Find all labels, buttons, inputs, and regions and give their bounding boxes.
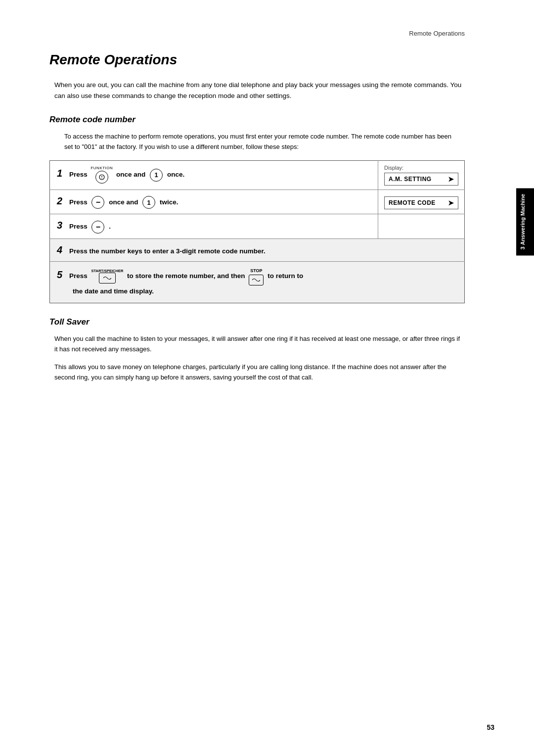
step2-press: Press xyxy=(69,198,89,206)
display-box-2: REMOTE CODE ➤ xyxy=(384,196,458,209)
page-header: Remote Operations xyxy=(49,30,494,37)
display-label-1: Display: xyxy=(384,165,458,171)
step5-text-middle: to store the remote number, and then xyxy=(127,272,247,280)
side-tab-text: Answering Machine xyxy=(520,194,526,245)
funktion-icon xyxy=(95,171,108,184)
step5-text-after: to return to xyxy=(267,272,303,280)
step-row-1: 1 Press FUNKTION once and 1 once. xyxy=(50,160,465,189)
step1-press: Press xyxy=(69,171,89,178)
step-number-3: 3 xyxy=(57,220,62,231)
step-row-2: 2 Press − once and 1 twice. REMOTE CODE … xyxy=(50,189,465,214)
toll-saver-section: Toll Saver When you call the machine to … xyxy=(49,317,494,383)
step3-minus-icon: − xyxy=(91,221,104,234)
step2-btn2: 1 xyxy=(141,196,156,209)
page-number: 53 xyxy=(487,723,494,731)
step2-once-and: once and xyxy=(109,198,140,206)
step3-minus-button: − xyxy=(90,221,105,234)
step1-once-and: once and xyxy=(116,171,147,178)
funktion-button: FUNKTION xyxy=(90,166,113,184)
steps-table: 1 Press FUNKTION once and 1 once. xyxy=(49,160,465,303)
step-row-4: 4 Press the number keys to enter a 3-dig… xyxy=(50,238,465,262)
toll-saver-heading: Toll Saver xyxy=(49,317,494,327)
toll-saver-para2: This allows you to save money on telepho… xyxy=(49,362,494,383)
step-row-5: 5 Press START/SPEICHER to store the remo… xyxy=(50,262,465,303)
intro-text: When you are out, you can call the machi… xyxy=(49,80,494,101)
minus-icon: − xyxy=(91,196,104,209)
minus-button: − xyxy=(90,196,105,209)
step-row-3: 3 Press − . xyxy=(50,214,465,238)
step-number-4: 4 xyxy=(57,244,62,255)
stop-label: STOP xyxy=(250,267,262,275)
step5-press: Press xyxy=(69,272,89,280)
step-number-2: 2 xyxy=(57,195,62,206)
header-title: Remote Operations xyxy=(409,30,465,37)
start-speicher-label: START/SPEICHER xyxy=(91,269,123,273)
stop-button: STOP xyxy=(249,267,264,285)
page-title: Remote Operations xyxy=(49,52,494,68)
remote-code-heading: Remote code number xyxy=(49,115,494,125)
step1-once: once. xyxy=(167,171,184,178)
number1b-icon: 1 xyxy=(142,196,155,209)
step3-press: Press xyxy=(69,223,89,230)
toll-saver-para1: When you call the machine to listen to y… xyxy=(49,334,494,355)
display-text-2: REMOTE CODE xyxy=(389,199,436,206)
display-box-1: A.M. SETTING ➤ xyxy=(384,173,458,186)
step3-period: . xyxy=(109,223,111,230)
number1-icon: 1 xyxy=(150,169,163,182)
display-text-1: A.M. SETTING xyxy=(389,176,432,183)
remote-code-desc: To access the machine to perform remote … xyxy=(49,132,494,152)
step-number-1: 1 xyxy=(57,168,62,179)
step4-text: Press the number keys to enter a 3-digit… xyxy=(69,247,266,255)
side-tab: 3 Answering Machine xyxy=(516,188,534,255)
arrow-2: ➤ xyxy=(448,199,454,207)
step2-twice: twice. xyxy=(160,198,178,206)
svg-point-2 xyxy=(101,178,102,179)
side-tab-number: 3 xyxy=(520,246,526,249)
step1-btn2: 1 xyxy=(149,169,164,182)
step-number-5: 5 xyxy=(57,269,62,280)
step5-last-line: the date and time display. xyxy=(57,287,154,295)
start-speicher-button: START/SPEICHER xyxy=(91,269,123,284)
arrow-1: ➤ xyxy=(448,175,454,183)
page-container: Remote Operations 3 Answering Machine Re… xyxy=(0,0,534,756)
